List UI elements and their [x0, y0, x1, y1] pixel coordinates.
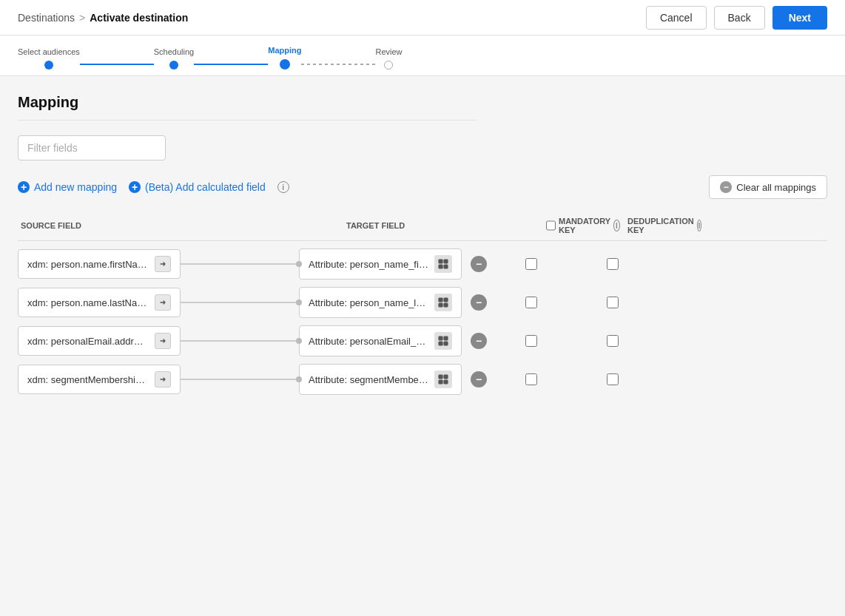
dedup-col-2 — [576, 335, 650, 347]
connector-line-0 — [181, 263, 299, 265]
source-arrow-button-2[interactable] — [155, 333, 171, 349]
step-scheduling: Scheduling — [154, 47, 194, 70]
mandatory-header-checkbox[interactable] — [546, 220, 556, 231]
remove-button-1[interactable]: − — [471, 294, 487, 311]
clear-all-label: Clear all mappings — [736, 182, 816, 193]
source-field-box-1[interactable]: xdm: person.name.lastName — [18, 288, 181, 317]
mandatory-checkbox-1[interactable] — [525, 297, 537, 308]
transform-button-2[interactable] — [434, 332, 452, 350]
mandatory-col-3 — [494, 373, 568, 385]
clear-all-button[interactable]: − Clear all mappings — [709, 175, 827, 199]
target-field-box-1[interactable]: Attribute: person_name_la... — [299, 287, 462, 318]
dedup-info-icon[interactable]: i — [697, 220, 701, 231]
step-label-review: Review — [375, 47, 402, 56]
step-dot-scheduling — [169, 61, 178, 70]
dedup-col-1 — [576, 297, 650, 308]
source-field-text-1: xdm: person.name.lastName — [27, 297, 149, 308]
action-bar: + Add new mapping + (Beta) Add calculate… — [18, 175, 827, 199]
header: Destinations > Activate destination Canc… — [0, 0, 845, 35]
mapping-row: xdm: person.name.firstName Attribute: pe… — [18, 248, 827, 280]
step-review: Review — [375, 47, 402, 70]
remove-button-3[interactable]: − — [471, 371, 487, 387]
mandatory-col-0 — [494, 258, 568, 270]
source-section-2: xdm: personalEmail.address — [18, 326, 181, 356]
dedup-checkbox-0[interactable] — [607, 258, 619, 270]
svg-rect-10 — [439, 342, 442, 345]
title-divider — [18, 120, 477, 121]
connector-line-3 — [181, 379, 299, 380]
target-field-box-2[interactable]: Attribute: personalEmail_a... — [299, 325, 462, 356]
mapping-row: xdm: personalEmail.address Attribute: pe… — [18, 325, 827, 356]
page-title: Mapping — [18, 94, 827, 111]
remove-button-0[interactable]: − — [471, 256, 487, 272]
dedup-checkbox-3[interactable] — [607, 373, 619, 385]
breadcrumb-destinations[interactable]: Destinations — [18, 12, 75, 24]
svg-rect-1 — [444, 260, 448, 263]
filter-input[interactable] — [18, 135, 166, 160]
transform-button-0[interactable] — [434, 255, 452, 273]
step-dot-mapping — [280, 59, 290, 70]
step-select-audiences: Select audiences — [18, 47, 80, 70]
add-mapping-label: Add new mapping — [34, 181, 117, 193]
action-bar-left: + Add new mapping + (Beta) Add calculate… — [18, 181, 289, 193]
dedup-checkbox-1[interactable] — [607, 297, 619, 308]
target-field-box-3[interactable]: Attribute: segmentMember... — [299, 364, 462, 395]
source-arrow-button-0[interactable] — [155, 256, 171, 272]
source-section-1: xdm: person.name.lastName — [18, 288, 181, 317]
transform-button-1[interactable] — [434, 294, 452, 311]
row-actions-3: − — [471, 371, 650, 387]
mapping-row: xdm: person.name.lastName Attribute: per… — [18, 287, 827, 318]
cancel-button[interactable]: Cancel — [646, 6, 707, 30]
source-field-text-3: xdm: segmentMembership.... — [27, 374, 149, 385]
svg-rect-11 — [444, 342, 448, 345]
svg-rect-14 — [439, 380, 442, 384]
target-section-1: Attribute: person_name_la... — [299, 287, 462, 318]
svg-rect-13 — [444, 375, 448, 379]
source-arrow-button-1[interactable] — [155, 294, 171, 311]
step-mapping: Mapping — [268, 46, 301, 70]
svg-rect-7 — [444, 303, 448, 307]
target-section-2: Attribute: personalEmail_a... — [299, 325, 462, 356]
svg-rect-12 — [439, 375, 442, 379]
dedup-checkbox-2[interactable] — [607, 335, 619, 347]
svg-rect-8 — [439, 336, 442, 340]
svg-rect-15 — [444, 380, 448, 384]
source-field-box-2[interactable]: xdm: personalEmail.address — [18, 326, 181, 356]
step-label-mapping: Mapping — [268, 46, 301, 55]
header-actions: Cancel Back Next — [646, 6, 827, 30]
mandatory-checkbox-3[interactable] — [525, 373, 537, 385]
plus-icon-calc: + — [129, 181, 141, 193]
main-content: Mapping + Add new mapping + (Beta) Add c… — [0, 76, 845, 420]
col-header-mandatory: MANDATORY KEY i — [546, 217, 620, 234]
row-actions-0: − — [471, 256, 650, 272]
breadcrumb: Destinations > Activate destination — [18, 12, 188, 24]
back-button[interactable]: Back — [714, 6, 765, 30]
col-header-dedup: DEDUPLICATION KEY i — [627, 217, 701, 234]
mandatory-checkbox-2[interactable] — [525, 335, 537, 347]
step-dot-review — [384, 61, 393, 70]
source-field-box-0[interactable]: xdm: person.name.firstName — [18, 249, 181, 279]
source-field-box-3[interactable]: xdm: segmentMembership.... — [18, 365, 181, 394]
mandatory-checkbox-0[interactable] — [525, 258, 537, 270]
target-field-box-0[interactable]: Attribute: person_name_fir... — [299, 248, 462, 280]
mandatory-col-2 — [494, 335, 568, 347]
connector-line-1 — [181, 302, 299, 303]
mandatory-info-icon[interactable]: i — [613, 220, 620, 231]
mapping-row: xdm: segmentMembership.... Attribute: se… — [18, 364, 827, 395]
connector-line-2 — [181, 340, 299, 342]
transform-button-3[interactable] — [434, 370, 452, 388]
dedup-col-0 — [576, 258, 650, 270]
add-calculated-button[interactable]: + (Beta) Add calculated field — [129, 181, 266, 193]
info-icon[interactable]: i — [277, 181, 289, 193]
next-button[interactable]: Next — [772, 6, 827, 30]
remove-button-2[interactable]: − — [471, 333, 487, 349]
add-mapping-button[interactable]: + Add new mapping — [18, 181, 117, 193]
col-header-target: TARGET FIELD — [343, 221, 506, 230]
svg-rect-9 — [444, 336, 448, 340]
source-field-text-2: xdm: personalEmail.address — [27, 336, 149, 347]
source-arrow-button-3[interactable] — [155, 371, 171, 387]
row-actions-1: − — [471, 294, 650, 311]
step-line-1 — [80, 64, 154, 65]
target-field-text-1: Attribute: person_name_la... — [309, 297, 428, 308]
mapping-rows-container: xdm: person.name.firstName Attribute: pe… — [18, 248, 827, 395]
